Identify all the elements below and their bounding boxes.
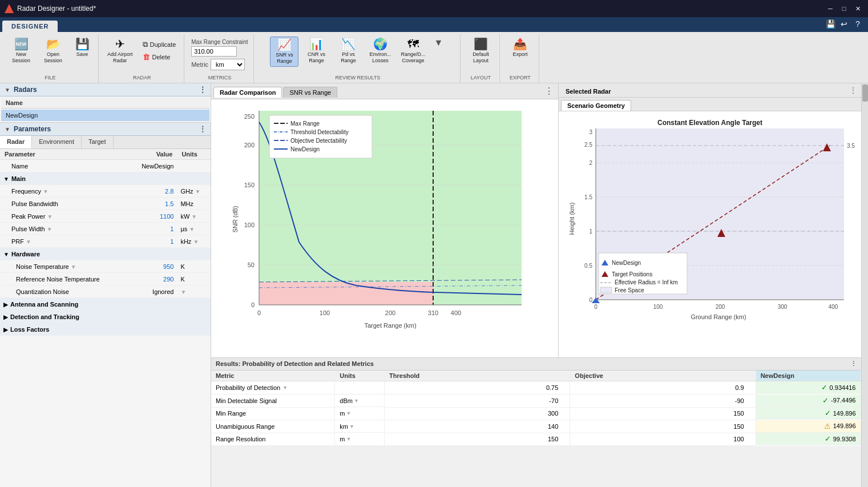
environ-losses-button[interactable]: 🌍 Environ...Losses (366, 37, 394, 66)
save-icon[interactable]: 💾 (825, 18, 836, 30)
peak-power-unit-dropdown[interactable]: ▼ (191, 214, 197, 220)
new-session-button[interactable]: 🆕 NewSession (7, 37, 35, 66)
default-layout-label: DefaultLayout (473, 51, 489, 64)
peak-power-label: Peak Power ▼ (0, 210, 128, 223)
loss-section-row: ▶Loss Factors (0, 323, 211, 336)
rangeres-unit-dropdown[interactable]: ▼ (346, 436, 352, 442)
rangeres-value: ✓ 99.9308 (756, 433, 861, 445)
snr-chart-menu[interactable]: ⋮ (540, 83, 558, 99)
save-button-icon: 💾 (75, 38, 90, 50)
mds-row: Min Detectable Signal dBm ▼ -70 -90 ✓ -9… (211, 395, 861, 408)
noise-temp-row: Noise Temperature ▼ 950 K (0, 260, 211, 273)
mds-check-icon: ✓ (822, 396, 829, 405)
default-layout-button[interactable]: ⬛ DefaultLayout (466, 37, 495, 66)
minimize-button[interactable]: ─ (825, 3, 836, 14)
scenario-menu-icon[interactable]: ⋮ (850, 86, 857, 94)
environ-losses-icon: 🌍 (373, 38, 387, 50)
minrange-row: Min Range m ▼ 300 150 ✓ 149.896 (211, 407, 861, 420)
max-range-input[interactable] (191, 46, 237, 57)
sc-x-0: 0 (594, 304, 597, 310)
duplicate-button[interactable]: ⧉ Duplicate (139, 39, 180, 50)
legend-threshold-text: Threshold Detectability (290, 129, 349, 135)
tab-target[interactable]: Target (82, 136, 114, 148)
prf-row: PRF ▼ 1 kHz ▼ (0, 235, 211, 248)
radar-name-input[interactable] (6, 112, 205, 119)
results-menu-icon[interactable]: ⋮ (850, 360, 857, 368)
peak-power-dropdown[interactable]: ▼ (47, 214, 53, 220)
scrollbar-thumb[interactable] (862, 84, 868, 102)
frequency-dropdown[interactable]: ▼ (43, 188, 49, 195)
x-label-310: 310 (428, 309, 438, 316)
ref-noise-temp-value[interactable]: 290 (128, 273, 177, 285)
open-session-button[interactable]: 📂 OpenSession (39, 37, 67, 66)
y-label-0: 0 (589, 297, 592, 303)
x-axis-title: Target Range (km) (364, 322, 416, 329)
maximize-button[interactable]: □ (838, 3, 850, 14)
radars-table: Name (0, 96, 211, 122)
legend-newdesign-text: NewDesign (290, 146, 320, 152)
undo-icon[interactable]: ↩ (838, 18, 850, 30)
metric-unit-select[interactable]: km mi nmi (211, 59, 245, 70)
pod-dropdown[interactable]: ▼ (282, 385, 288, 391)
radar-comparison-tab[interactable]: Radar Comparison (213, 87, 282, 98)
vertical-scrollbar[interactable] (861, 83, 868, 487)
delete-button[interactable]: 🗑 Delete (139, 51, 180, 62)
metric-label-text: Metric (191, 61, 208, 68)
parameters-collapse-arrow[interactable]: ▼ (5, 126, 10, 132)
radar-group-label: RADAR (133, 75, 151, 82)
newdesign-col-header: NewDesign (756, 371, 861, 381)
frequency-row: Frequency ▼ 2.8 GHz ▼ (0, 185, 211, 198)
results-section: Results: Probability of Detection and Re… (211, 357, 861, 446)
peak-power-row: Peak Power ▼ 1100 kW ▼ (0, 210, 211, 223)
radars-menu-icon[interactable]: ⋮ (199, 86, 206, 94)
metric-input-group: Max Range Constraint Metric km mi nmi (191, 37, 248, 70)
peak-power-value[interactable]: 1100 (128, 210, 177, 223)
hardware-section-label: ▼Hardware (0, 248, 211, 260)
prf-unit-dropdown[interactable]: ▼ (193, 239, 199, 245)
ribbon-tab-bar: DESIGNER 💾 ↩ ? (0, 17, 868, 32)
chart-area: Radar Comparison SNR vs Range ⋮ (211, 83, 861, 357)
unambrange-unit-dropdown[interactable]: ▼ (349, 424, 354, 429)
snr-vs-range-button[interactable]: 📈 SNR vsRange (270, 37, 298, 67)
pulse-width-dropdown[interactable]: ▼ (47, 226, 53, 232)
pd-vs-range-button[interactable]: 📉 Pd vsRange (334, 37, 362, 66)
open-session-label: OpenSession (44, 51, 62, 64)
radar-row[interactable] (1, 110, 209, 121)
frequency-unit-dropdown[interactable]: ▼ (195, 188, 200, 195)
pulse-bandwidth-value[interactable]: 1.5 (128, 198, 177, 210)
parameters-menu-icon[interactable]: ⋮ (199, 125, 206, 133)
export-button[interactable]: 📤 Export (506, 37, 534, 59)
pulse-width-value[interactable]: 1 (128, 223, 177, 235)
quantization-noise-dropdown[interactable]: ▼ (180, 289, 186, 295)
review-results-expand[interactable]: ▼ (431, 37, 445, 49)
value-col-header: Value (128, 149, 177, 160)
prf-dropdown[interactable]: ▼ (26, 239, 31, 245)
unambrange-metric: Unambiguous Range (211, 420, 335, 433)
noise-temp-value[interactable]: 950 (128, 260, 177, 273)
scenario-geometry-tab[interactable]: Scenario Geometry (561, 100, 631, 111)
range-coverage-button[interactable]: 🗺 Range/D...Coverage (398, 37, 428, 66)
legend-newdesign-lbl: NewDesign (612, 260, 641, 266)
cnr-vs-range-button[interactable]: 📊 CNR vsRange (302, 37, 330, 66)
tab-radar[interactable]: Radar (0, 136, 32, 148)
prf-value[interactable]: 1 (128, 235, 177, 248)
minrange-unit-dropdown[interactable]: ▼ (346, 410, 352, 416)
help-icon[interactable]: ? (852, 18, 863, 30)
pulse-width-unit-dropdown[interactable]: ▼ (189, 226, 195, 232)
params-tabs: Radar Environment Target (0, 136, 211, 149)
radars-collapse-arrow[interactable]: ▼ (5, 87, 10, 93)
sc-x-100: 100 (653, 304, 663, 310)
tab-environment[interactable]: Environment (32, 136, 82, 148)
default-layout-icon: ⬛ (474, 38, 488, 50)
noise-temp-dropdown[interactable]: ▼ (71, 264, 76, 270)
mds-unit-dropdown[interactable]: ▼ (354, 398, 359, 404)
frequency-value[interactable]: 2.8 (128, 185, 177, 198)
save-button[interactable]: 💾 Save (71, 37, 94, 59)
designer-tab[interactable]: DESIGNER (2, 21, 58, 32)
new-session-icon: 🆕 (14, 38, 29, 50)
add-airport-radar-button[interactable]: ✈ Add AirportRadar (104, 37, 136, 66)
ref-noise-temp-row: Reference Noise Temperature 290 K (0, 273, 211, 285)
close-button[interactable]: ✕ (852, 3, 863, 14)
x-label-200: 200 (385, 309, 395, 316)
snr-vs-range-tab[interactable]: SNR vs Range (283, 87, 337, 98)
